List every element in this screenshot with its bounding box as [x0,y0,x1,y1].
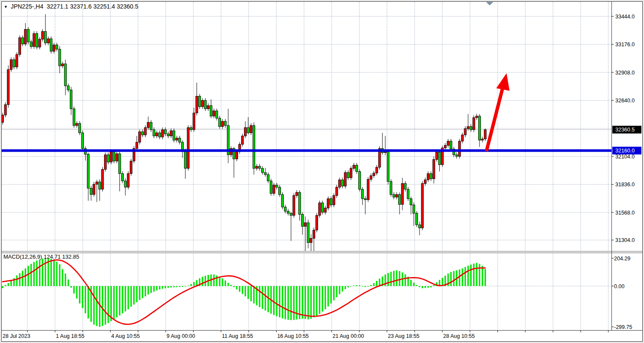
candle-body [301,215,304,227]
candle-body [107,155,109,162]
price-axis-label: 31568.0 [615,210,635,216]
candle-body [50,39,52,51]
macd-bar [107,286,109,323]
macd-axis-label: 204.29 [614,256,630,262]
time-axis-label: 11 Aug 18:55 [222,333,253,339]
candle-body [90,188,92,195]
chart-title: ▼JPN225-,H4 32271.1 32371.6 32251.4 3236… [4,3,138,10]
candle-body [42,31,44,39]
candle-body [73,109,75,125]
candle-body [461,135,463,141]
macd-bar [322,286,323,312]
candle-body [113,152,115,161]
candle-body [16,54,18,67]
macd-bar [367,286,369,286]
macd-bar [150,286,152,293]
price-axis-label: 31836.0 [615,182,635,188]
candle-body [430,173,432,179]
trading-chart-svg: 33444.033176.032908.032640.032104.031836… [0,0,644,343]
candle-body [470,126,472,129]
price-axis-area[interactable] [612,2,642,330]
chart-canvas[interactable]: 33444.033176.032908.032640.032104.031836… [0,0,644,343]
macd-bar [193,282,194,286]
macd-bar [310,286,312,319]
candle-body [201,100,203,107]
candle-body [273,185,275,194]
macd-bar [290,286,292,320]
candle-body [373,173,375,176]
price-axis-label: 32640.0 [615,98,635,104]
candle-body [416,213,418,225]
macd-indicator-label: MACD(12,26,9) 124.71 132.85 [3,254,79,260]
candle-body [173,131,175,140]
macd-bar [427,286,429,288]
candle-body [199,96,201,107]
macd-bar [87,286,89,319]
macd-bar [136,286,137,302]
macd-bar [179,286,180,287]
candle-body [147,122,149,128]
macd-bar [122,286,123,313]
candle-body [401,184,403,205]
macd-bar [424,286,426,288]
macd-bar [307,286,309,319]
candle-body [407,189,409,199]
macd-bar [304,286,306,319]
candle-body [339,180,341,187]
macd-bar [364,286,366,287]
candle-body [278,187,280,194]
price-axis-label: 33176.0 [615,42,635,48]
macd-bar [273,286,274,315]
macd-bar [167,286,169,288]
candle-body [164,130,167,134]
candle-body [45,31,47,43]
macd-bar [202,277,203,286]
candle-body [242,136,244,144]
candle-body [350,168,352,178]
macd-bar [265,286,266,310]
time-axis-label: 28 Aug 10:55 [443,333,475,339]
macd-bar [65,274,66,286]
macd-bar [230,285,232,286]
candle-body [376,167,378,173]
macd-bar [419,286,420,287]
candle-body [21,38,24,44]
macd-bar [330,286,331,304]
candle-body [336,187,338,196]
candle-body [4,104,6,115]
candle-body [36,33,38,47]
macd-bar [79,286,80,304]
candle-body [116,154,118,161]
price-axis-label: 31304.0 [615,237,635,243]
macd-bar [325,286,326,309]
macd-bar [191,284,192,286]
macd-bar [73,286,75,293]
candle-body [427,173,429,180]
candle-body [67,86,69,90]
macd-bar [39,259,40,286]
macd-bar [468,265,469,286]
macd-bar [262,286,263,309]
candle-body [53,45,55,51]
price-axis-label: 32908.0 [615,70,635,76]
candle-body [484,130,486,139]
support-level-line[interactable] [2,149,611,152]
candle-body [344,173,346,186]
candle-body [167,134,169,136]
chart-plot-area[interactable] [2,2,611,251]
candle-body [361,189,364,199]
macd-bar [233,286,235,287]
candle-body [176,138,178,140]
macd-bar [476,263,477,286]
candle-body [204,100,206,109]
macd-bar [422,286,423,288]
macd-bar [133,286,134,304]
macd-bar [162,286,163,289]
candle-body [141,132,143,135]
macd-bar [247,286,249,299]
macd-bar [416,285,417,286]
symbol-dropdown-icon[interactable]: ▼ [4,5,8,9]
candle-body [170,131,172,136]
candle-body [435,152,438,159]
candle-body [259,166,261,168]
